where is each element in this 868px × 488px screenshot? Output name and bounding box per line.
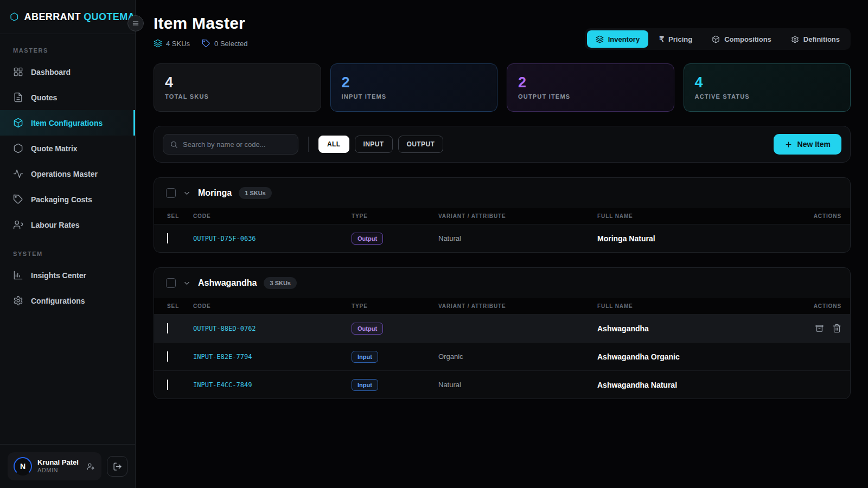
type-badge: Output bbox=[352, 323, 383, 335]
sidebar-item-label: Quotes bbox=[31, 93, 57, 102]
stat-value: 2 bbox=[342, 75, 487, 90]
trash-icon[interactable] bbox=[832, 324, 841, 333]
stat-active-status: 4 ACTIVE STATUS bbox=[684, 63, 851, 112]
archive-icon[interactable] bbox=[815, 324, 824, 333]
sidebar-item-insights-center[interactable]: Insights Center bbox=[0, 262, 135, 288]
brand-name: ABERRANT QUOTEMA bbox=[24, 11, 135, 23]
sidebar-item-label: Insights Center bbox=[31, 271, 86, 280]
row-checkbox[interactable] bbox=[167, 323, 168, 333]
user-role: ADMIN bbox=[37, 467, 81, 474]
tab-pricing[interactable]: ₹ Pricing bbox=[650, 30, 701, 48]
filter-input-button[interactable]: INPUT bbox=[355, 136, 393, 153]
group-moringa: Moringa 1 SKUs SEL CODE TYPE VARIANT / A… bbox=[154, 177, 851, 253]
table-row[interactable]: INPUT-E82E-7794 Input Organic Ashwagandh… bbox=[154, 342, 850, 370]
stat-value: 2 bbox=[518, 75, 663, 90]
gear-icon bbox=[791, 35, 799, 43]
logout-button[interactable] bbox=[107, 456, 127, 477]
table-header: SEL CODE TYPE VARIANT / ATTRIBUTE FULL N… bbox=[154, 298, 850, 314]
sidebar-item-operations-master[interactable]: Operations Master bbox=[0, 161, 135, 187]
sidebar-item-label: Labour Rates bbox=[31, 221, 79, 229]
sidebar-item-dashboard[interactable]: Dashboard bbox=[0, 59, 135, 85]
brand-logo: ABERRANT QUOTEMA bbox=[0, 0, 135, 34]
variant: Natural bbox=[438, 381, 597, 389]
stat-value: 4 bbox=[695, 75, 840, 90]
selected-count: 0 Selected bbox=[202, 39, 247, 48]
user-name: Krunal Patel bbox=[37, 458, 81, 467]
stat-cards: 4 TOTAL SKUS 2 INPUT ITEMS 2 OUTPUT ITEM… bbox=[154, 63, 851, 112]
item-code[interactable]: INPUT-E82E-7794 bbox=[193, 353, 352, 361]
variant: Organic bbox=[438, 352, 597, 361]
dashboard-icon bbox=[13, 67, 23, 77]
table-row[interactable]: OUTPUT-88ED-0762 Output Ashwagandha bbox=[154, 314, 850, 342]
group-name: Ashwagandha bbox=[198, 278, 257, 288]
search-box[interactable] bbox=[163, 134, 298, 155]
sku-count: 4 SKUs bbox=[154, 39, 190, 48]
gear-icon bbox=[13, 296, 23, 306]
main-content: Item Master 4 SKUs 0 Selected Inventory bbox=[136, 0, 868, 488]
col-full-name: FULL NAME bbox=[597, 213, 798, 219]
col-variant: VARIANT / ATTRIBUTE bbox=[438, 213, 597, 219]
sidebar-footer: N Krunal Patel ADMIN bbox=[0, 444, 135, 488]
row-checkbox[interactable] bbox=[167, 351, 168, 362]
filter-all-button[interactable]: ALL bbox=[318, 136, 349, 153]
plus-icon bbox=[784, 140, 793, 149]
bar-chart-icon bbox=[13, 270, 23, 280]
full-name: Moringa Natural bbox=[597, 234, 798, 243]
variant: Natural bbox=[438, 234, 597, 242]
stat-total-skus: 4 TOTAL SKUS bbox=[154, 63, 321, 112]
view-tabs: Inventory ₹ Pricing Compositions Definit… bbox=[585, 28, 851, 50]
sidebar-item-label: Packaging Costs bbox=[31, 195, 92, 204]
tags-icon bbox=[13, 194, 23, 204]
group-header: Moringa 1 SKUs bbox=[154, 178, 850, 208]
col-actions: ACTIONS bbox=[798, 303, 841, 309]
type-badge: Input bbox=[352, 379, 378, 391]
item-code[interactable]: INPUT-E4CC-7849 bbox=[193, 381, 352, 389]
sidebar-item-label: Quote Matrix bbox=[31, 144, 78, 153]
filter-output-button[interactable]: OUTPUT bbox=[398, 136, 444, 153]
sidebar-item-packaging-costs[interactable]: Packaging Costs bbox=[0, 187, 135, 212]
toolbar-divider bbox=[308, 137, 309, 152]
group-header: Ashwagandha 3 SKUs bbox=[154, 268, 850, 298]
sidebar-item-label: Configurations bbox=[31, 297, 85, 305]
sidebar-item-labour-rates[interactable]: Labour Rates bbox=[0, 212, 135, 237]
chevron-down-icon[interactable] bbox=[183, 279, 191, 287]
stat-label: OUTPUT ITEMS bbox=[518, 93, 663, 100]
layers-icon bbox=[154, 39, 162, 48]
stat-value: 4 bbox=[165, 75, 310, 90]
col-type: TYPE bbox=[352, 303, 438, 309]
item-code[interactable]: OUTPUT-88ED-0762 bbox=[193, 325, 352, 332]
logout-icon bbox=[113, 462, 122, 471]
sidebar-collapse-button[interactable] bbox=[127, 15, 144, 31]
col-code: CODE bbox=[193, 213, 352, 219]
sidebar-section-masters: MASTERS bbox=[0, 34, 135, 59]
app-root: ABERRANT QUOTEMA MASTERS Dashboard Quote… bbox=[0, 0, 868, 488]
layers-icon bbox=[596, 35, 604, 43]
sidebar-item-item-configurations[interactable]: Item Configurations bbox=[0, 110, 135, 136]
sidebar-item-quote-matrix[interactable]: Quote Matrix bbox=[0, 136, 135, 161]
user-settings-icon bbox=[86, 462, 95, 471]
stat-label: TOTAL SKUS bbox=[165, 93, 310, 100]
col-full-name: FULL NAME bbox=[597, 303, 798, 309]
header-meta: 4 SKUs 0 Selected bbox=[154, 39, 248, 48]
sidebar-item-quotes[interactable]: Quotes bbox=[0, 85, 135, 110]
user-card[interactable]: N Krunal Patel ADMIN bbox=[8, 452, 101, 480]
row-checkbox[interactable] bbox=[167, 233, 168, 243]
search-input[interactable] bbox=[183, 140, 291, 149]
sidebar: ABERRANT QUOTEMA MASTERS Dashboard Quote… bbox=[0, 0, 136, 488]
group-checkbox[interactable] bbox=[166, 188, 176, 198]
new-item-button[interactable]: New Item bbox=[774, 134, 841, 155]
table-header: SEL CODE TYPE VARIANT / ATTRIBUTE FULL N… bbox=[154, 208, 850, 224]
table-row[interactable]: INPUT-E4CC-7849 Input Natural Ashwagandh… bbox=[154, 370, 850, 399]
page-header: Item Master 4 SKUs 0 Selected Inventory bbox=[154, 14, 851, 50]
item-code[interactable]: OUTPUT-D75F-0636 bbox=[193, 235, 352, 242]
sidebar-item-configurations[interactable]: Configurations bbox=[0, 288, 135, 313]
tab-inventory[interactable]: Inventory bbox=[587, 30, 649, 48]
row-checkbox[interactable] bbox=[167, 380, 168, 390]
table-row[interactable]: OUTPUT-D75F-0636 Output Natural Moringa … bbox=[154, 224, 850, 252]
tab-definitions[interactable]: Definitions bbox=[782, 30, 848, 48]
group-checkbox[interactable] bbox=[166, 278, 176, 288]
actions-cell bbox=[798, 324, 841, 333]
full-name: Ashwagandha Natural bbox=[597, 381, 798, 389]
chevron-down-icon[interactable] bbox=[183, 189, 191, 197]
tab-compositions[interactable]: Compositions bbox=[703, 30, 780, 48]
